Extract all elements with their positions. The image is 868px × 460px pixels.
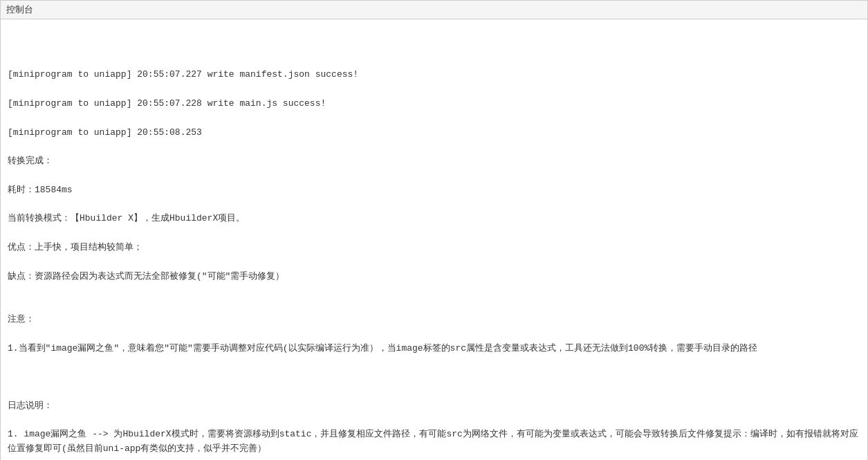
log-line: [miniprogram to uniapp] 20:55:07.228 wri… — [8, 97, 860, 111]
normal-line: 优点：上手快，项目结构较简单； — [8, 241, 860, 255]
empty-line — [8, 385, 860, 399]
empty-line — [8, 370, 860, 385]
console-body[interactable]: [miniprogram to uniapp] 20:55:07.227 wri… — [1, 19, 867, 460]
normal-line: 耗时：18584ms — [8, 183, 860, 198]
normal-line: 1. image漏网之鱼 --> 为HbuilderX模式时，需要将资源移动到s… — [8, 427, 860, 457]
console-header: 控制台 — [1, 1, 867, 19]
console-title: 控制台 — [6, 4, 33, 15]
normal-line: 注意： — [8, 313, 860, 327]
log-line: [miniprogram to uniapp] 20:55:08.253 — [8, 126, 860, 140]
normal-line: 日志说明： — [8, 399, 860, 414]
console-container: 控制台 [miniprogram to uniapp] 20:55:07.227… — [0, 0, 868, 460]
normal-line: 1.当看到"image漏网之鱼"，意味着您"可能"需要手动调整对应代码(以实际编… — [8, 342, 860, 356]
normal-line: 当前转换模式：【Hbuilder X】，生成HbuilderX项目。 — [8, 212, 860, 226]
normal-line: 转换完成： — [8, 154, 860, 169]
log-line: [miniprogram to uniapp] 20:55:07.227 wri… — [8, 68, 860, 82]
normal-line: 缺点：资源路径会因为表达式而无法全部被修复("可能"需手动修复） — [8, 270, 860, 284]
empty-line — [8, 298, 860, 313]
